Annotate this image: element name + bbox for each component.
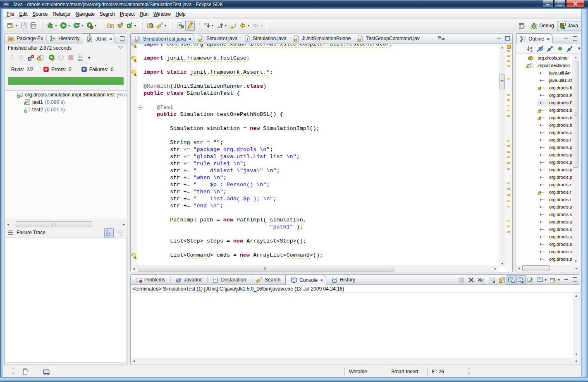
test-run-history-button[interactable] xyxy=(76,53,85,63)
tab-hierarchy[interactable]: Hierarchy xyxy=(46,34,83,43)
remove-all-terminated-button[interactable] xyxy=(476,275,485,285)
tab-outline[interactable]: Outline✕ xyxy=(516,34,553,43)
outline-item-org-drools-s[interactable]: org.drools.s xyxy=(516,211,573,218)
rerun-test-button[interactable] xyxy=(47,53,57,63)
minimized-console-icon[interactable]: M xyxy=(43,368,50,375)
tab-testgroupcommand-jav[interactable]: JTestGroupCommand.jav xyxy=(354,34,423,43)
menu-source[interactable]: Source xyxy=(31,10,49,18)
menu-edit[interactable]: Edit xyxy=(18,10,29,18)
junit-tree-item-org-drools-simulation-impl-simulationtest[interactable]: org.drools.simulation.impl.SimulationTes… xyxy=(5,91,127,99)
tab-console[interactable]: Console✕ xyxy=(285,275,326,285)
scroll-thumb[interactable] xyxy=(522,265,550,271)
menu-navigate[interactable]: Navigate xyxy=(74,10,96,18)
outline-item-org-drools-simul[interactable]: org.drools.simul xyxy=(516,54,573,62)
overview-warning-marker[interactable] xyxy=(507,156,510,158)
outline-item-org-drools-i[interactable]: org.drools.i xyxy=(516,136,573,144)
tab-simulationtest-java[interactable]: JSimulationTest.java✕ xyxy=(131,34,194,43)
overview-warning-marker[interactable] xyxy=(507,99,510,101)
next-failed-test-button[interactable] xyxy=(7,53,17,63)
overview-warning-marker[interactable] xyxy=(507,65,510,67)
overview-warning-marker[interactable] xyxy=(507,50,510,52)
code-viewport[interactable]: import com.sun.org.apache.xalan.internal… xyxy=(143,44,499,272)
menu-help[interactable]: Help xyxy=(174,10,187,18)
hide-fields-button[interactable] xyxy=(536,43,545,53)
annotation-ruler[interactable] xyxy=(131,44,137,272)
outline-item-org-drools-p[interactable]: org.drools.p xyxy=(516,151,573,159)
editor-vscrollbar[interactable]: ▲ ▼ xyxy=(499,44,506,267)
perspective-java[interactable]: JJava xyxy=(557,21,581,31)
tab-junit[interactable]: *JUnit✕ xyxy=(83,34,115,43)
overview-warning-marker[interactable] xyxy=(507,105,510,106)
tab-problems[interactable]: Problems xyxy=(131,275,170,284)
close-button[interactable] xyxy=(566,0,584,7)
debug-button[interactable]: ▼ xyxy=(45,21,59,31)
perspective-debug[interactable]: Debug xyxy=(529,21,557,31)
hide-static-button[interactable]: S xyxy=(546,43,555,53)
outline-item-org-drools-s[interactable]: org.drools.s xyxy=(516,248,573,255)
menu-arrow-button[interactable]: ▼ xyxy=(85,53,92,63)
warning-annotation-icon[interactable] xyxy=(131,69,137,76)
outline-item-org-drools-p[interactable]: org.drools.P xyxy=(538,99,573,106)
scroll-thumb[interactable] xyxy=(573,61,578,168)
overview-warning-marker[interactable] xyxy=(507,115,510,117)
overview-warning-marker[interactable] xyxy=(507,231,510,233)
outline-item-org-drools-k[interactable]: org.drools.K xyxy=(516,91,573,99)
scroll-arrow-icon[interactable]: ▲ xyxy=(500,45,505,50)
rerun-failed-test-button[interactable] xyxy=(57,53,66,63)
terminate-button[interactable] xyxy=(457,275,466,285)
overview-warning-marker[interactable] xyxy=(507,94,510,96)
tab-close-icon[interactable]: ✕ xyxy=(547,37,550,41)
menu-window[interactable]: Window xyxy=(152,10,172,18)
minimize-editor-button[interactable] xyxy=(497,36,502,40)
outline-item-org-drools-p[interactable]: org.drools.p xyxy=(516,144,573,151)
previous-failed-test-button[interactable] xyxy=(17,53,26,63)
mark-occurrences-button[interactable] xyxy=(185,21,195,31)
outline-item-org-drools-r[interactable]: org.drools.r xyxy=(516,181,573,188)
new-wizard-button[interactable]: ▼ xyxy=(6,21,19,31)
overview-ruler[interactable] xyxy=(506,44,512,272)
hide-non-public-button[interactable] xyxy=(556,43,564,53)
view-menu-icon[interactable] xyxy=(118,46,123,49)
hide-local-types-button[interactable]: L xyxy=(566,43,574,53)
stack-filter-button[interactable] xyxy=(104,228,114,238)
scroll-thumb[interactable] xyxy=(499,74,505,89)
warning-annotation-icon[interactable] xyxy=(131,252,137,259)
pin-console-button[interactable] xyxy=(526,275,535,285)
outline-item-org-drools-k[interactable]: org.drools.K xyxy=(516,84,573,91)
fast-view-icon[interactable] xyxy=(22,368,29,375)
outline-item-org-drools-p[interactable]: org.drools.p xyxy=(516,173,573,181)
remove-launch-button[interactable] xyxy=(466,275,476,285)
outline-item-org-drools-s[interactable]: org.drools.s xyxy=(516,240,573,248)
outline-item-org-drools-p[interactable]: org.drools.p xyxy=(516,159,573,166)
minimize-button[interactable] xyxy=(542,0,554,7)
display-console-button[interactable]: ▼ xyxy=(535,275,548,285)
menu-search[interactable]: Search xyxy=(98,10,117,18)
scroll-thumb[interactable] xyxy=(16,221,92,227)
junit-tree-item-test1[interactable]: test1(0.080 s) xyxy=(5,99,127,106)
run-as-button[interactable]: ▼ xyxy=(72,21,85,31)
menu-file[interactable]: File xyxy=(5,10,16,18)
open-console-button[interactable]: ▼ xyxy=(548,275,562,285)
maximize-editor-button[interactable] xyxy=(505,36,510,40)
console-hscrollbar[interactable]: ◄ ► xyxy=(131,358,580,365)
open-type-button[interactable] xyxy=(146,21,155,31)
fold-collapse-icon[interactable] xyxy=(138,105,143,110)
menu-project[interactable]: Project xyxy=(118,10,136,18)
maximize-outline-button[interactable] xyxy=(572,36,578,40)
scroll-arrow-icon[interactable]: ▼ xyxy=(574,352,579,357)
tab-simulator-java[interactable]: JSimulator.java xyxy=(194,34,241,43)
outline-item-org-drools-r[interactable]: org.drools.r xyxy=(516,196,573,203)
outline-item-org-drools-b[interactable]: org.drools.b xyxy=(516,121,573,129)
tab-package-ex[interactable]: Package Ex xyxy=(5,34,46,43)
scroll-arrow-icon[interactable]: ► xyxy=(121,222,127,227)
tab-close-icon[interactable]: ✕ xyxy=(188,37,191,41)
warning-annotation-icon[interactable] xyxy=(131,44,137,48)
overview-warning-marker[interactable] xyxy=(507,145,510,147)
back-button[interactable]: ▼ xyxy=(238,21,251,31)
tab-junitsimulationrunne[interactable]: JJUnitSimulationRunne xyxy=(290,34,354,43)
overview-warning-marker[interactable] xyxy=(507,220,510,221)
maximize-button[interactable] xyxy=(554,0,566,7)
previous-annotation-button[interactable]: ▼ xyxy=(215,21,229,31)
maximize-console-button[interactable] xyxy=(572,277,578,281)
scroll-arrow-icon[interactable]: ► xyxy=(493,266,498,271)
